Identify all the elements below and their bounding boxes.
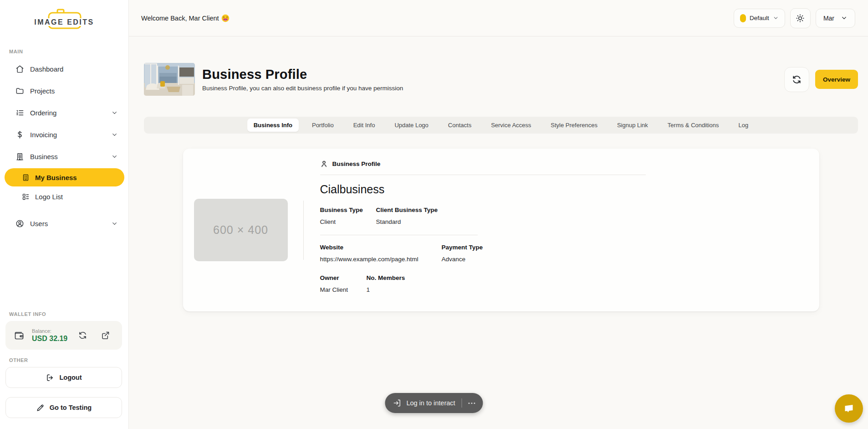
section-label-wallet: WALLET INFO	[9, 311, 122, 317]
wallet-refresh-button[interactable]	[78, 331, 87, 340]
field-value: 1	[367, 286, 405, 293]
chevron-down-icon	[111, 109, 118, 116]
field-row: Website https://www.example.com/page.htm…	[320, 244, 803, 263]
logout-label: Logout	[59, 374, 82, 381]
field-client-business-type: Client Business Type Standard	[376, 207, 438, 225]
field-label: Client Business Type	[376, 207, 438, 213]
business-profile-card: 600 × 400 Business Profile Cialbusiness …	[183, 149, 819, 311]
tab-contacts[interactable]: Contacts	[442, 119, 478, 132]
logout-button[interactable]: Logout	[5, 367, 122, 388]
field-value: Advance	[442, 256, 483, 263]
tab-style-preferences[interactable]: Style Preferences	[544, 119, 604, 132]
building-icon	[15, 152, 24, 161]
field-label: Payment Type	[442, 244, 483, 251]
page-header: Business Profile Business Profile, you c…	[144, 63, 858, 96]
sidebar-item-invoicing[interactable]: Invoicing	[5, 124, 124, 145]
sidebar-item-my-business[interactable]: My Business	[5, 168, 124, 186]
person-icon	[320, 160, 328, 168]
field-no-members: No. Members 1	[367, 274, 405, 293]
welcome-message: Welcome Back, Mar Client	[141, 14, 230, 22]
business-name: Cialbusiness	[320, 183, 803, 196]
tab-portfolio[interactable]: Portfolio	[306, 119, 340, 132]
tab-business-info[interactable]: Business Info	[247, 119, 299, 132]
topbar-actions: Default Mar	[734, 8, 855, 28]
theme-toggle-button[interactable]	[790, 8, 811, 28]
folder-icon	[15, 86, 24, 95]
nav-spacer	[5, 207, 124, 212]
chevron-down-icon	[841, 15, 848, 21]
speech-bubble-icon	[842, 402, 855, 415]
user-menu[interactable]: Mar	[816, 9, 855, 28]
section-label-main: MAIN	[9, 49, 23, 54]
section-label-other: OTHER	[9, 357, 122, 363]
profile-tabbar: Business Info Portfolio Edit Info Update…	[144, 117, 858, 134]
balance-label: Balance:	[32, 328, 67, 334]
user-name: Mar	[823, 15, 834, 22]
card-header: Business Profile	[320, 160, 803, 168]
field-divider	[320, 235, 478, 235]
sidebar-item-label: Users	[30, 220, 48, 227]
list-layout-icon	[22, 193, 30, 201]
home-icon	[15, 64, 24, 73]
field-label: Owner	[320, 274, 367, 281]
sidebar: IMAGE EDITS MAIN Dashboard Projects	[0, 0, 129, 429]
tab-signup-link[interactable]: Signup Link	[611, 119, 654, 132]
wallet-icon	[14, 330, 25, 341]
tab-log[interactable]: Log	[732, 119, 755, 132]
page-title: Business Profile	[202, 67, 403, 82]
sidebar-item-projects[interactable]: Projects	[5, 80, 124, 102]
login-toast: Log in to interact	[385, 393, 483, 413]
brand-name: IMAGE EDITS	[0, 18, 128, 26]
page-refresh-button[interactable]	[784, 67, 809, 92]
sidebar-item-label: Ordering	[30, 109, 56, 117]
tab-update-logo[interactable]: Update Logo	[388, 119, 434, 132]
laughing-emoji-icon	[221, 14, 230, 22]
business-cover-photo	[144, 63, 195, 96]
brand-logo: IMAGE EDITS	[0, 5, 128, 38]
field-row: Owner Mar Client No. Members 1	[320, 274, 803, 293]
field-label: Website	[320, 244, 442, 251]
go-to-testing-button[interactable]: Go to Testing	[5, 397, 122, 418]
tab-edit-info[interactable]: Edit Info	[347, 119, 382, 132]
field-label: No. Members	[367, 274, 405, 281]
sidebar-item-business[interactable]: Business	[5, 145, 124, 167]
tab-terms-conditions[interactable]: Terms & Conditions	[661, 119, 725, 132]
sidebar-item-label: Logo List	[35, 193, 63, 201]
field-website: Website https://www.example.com/page.htm…	[320, 244, 442, 263]
tab-service-access[interactable]: Service Access	[485, 119, 537, 132]
sidebar-item-label: Business	[30, 153, 58, 160]
toast-more-button[interactable]	[465, 399, 479, 408]
balance-value: USD 32.19	[32, 335, 67, 343]
user-circle-icon	[15, 219, 24, 228]
workspace-selector[interactable]: Default	[734, 9, 785, 28]
chevron-down-icon	[111, 131, 118, 138]
wallet-card: Balance: USD 32.19	[5, 321, 122, 350]
wallet-external-link-button[interactable]	[101, 331, 110, 340]
logout-icon	[46, 373, 54, 382]
sidebar-item-label: My Business	[35, 174, 77, 181]
sidebar-item-ordering[interactable]: Ordering	[5, 102, 124, 124]
card-image-column: 600 × 400	[183, 149, 303, 311]
refresh-icon	[78, 331, 87, 340]
main-content: Business Profile Business Profile, you c…	[129, 37, 868, 429]
overview-button[interactable]: Overview	[815, 70, 858, 89]
card-header-divider	[320, 175, 646, 175]
sidebar-item-label: Invoicing	[30, 131, 57, 139]
field-payment-type: Payment Type Advance	[442, 244, 483, 263]
go-to-testing-label: Go to Testing	[50, 404, 92, 411]
sun-icon	[796, 14, 805, 23]
toast-divider	[462, 398, 462, 408]
chat-widget-button[interactable]	[835, 394, 863, 423]
field-label: Business Type	[320, 207, 376, 213]
card-details-column: Business Profile Cialbusiness Business T…	[304, 149, 819, 311]
external-link-icon	[101, 331, 110, 340]
ordered-list-icon	[15, 108, 24, 117]
field-value: Client	[320, 218, 376, 225]
field-value: https://www.example.com/page.html	[320, 256, 442, 263]
sidebar-item-users[interactable]: Users	[5, 212, 124, 234]
sidebar-item-dashboard[interactable]: Dashboard	[5, 58, 124, 80]
sidebar-nav: Dashboard Projects Ordering	[5, 58, 124, 234]
chevron-down-icon	[773, 15, 779, 21]
page-header-texts: Business Profile Business Profile, you c…	[202, 67, 403, 92]
sidebar-item-logo-list[interactable]: Logo List	[5, 187, 124, 206]
